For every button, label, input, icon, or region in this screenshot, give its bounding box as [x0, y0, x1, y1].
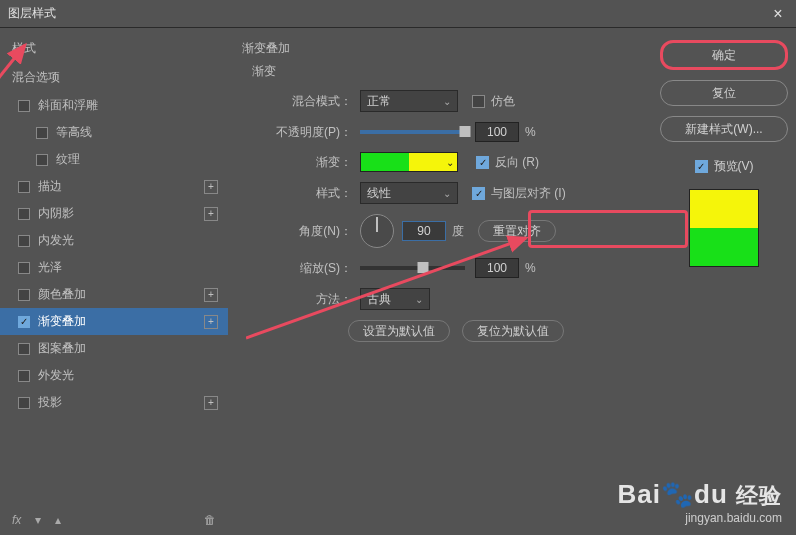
sidebar-item-satin[interactable]: 光泽 — [0, 254, 228, 281]
checkbox-icon[interactable] — [18, 343, 30, 355]
percent-label: % — [525, 125, 536, 139]
sidebar-footer: fx ▾ ▴ 🗑 — [0, 513, 228, 527]
reverse-checkbox[interactable] — [476, 156, 489, 169]
opacity-row: 不透明度(P)： 100 % — [238, 122, 642, 142]
sidebar-item-contour[interactable]: 等高线 — [0, 119, 228, 146]
watermark-text: 经验 — [736, 483, 782, 508]
checkbox-icon[interactable] — [18, 235, 30, 247]
sidebar-item-label: 等高线 — [56, 124, 218, 141]
plus-icon[interactable]: + — [204, 288, 218, 302]
blend-mode-select[interactable]: 正常 ⌄ — [360, 90, 458, 112]
chevron-down-icon: ⌄ — [446, 157, 454, 168]
plus-icon[interactable]: + — [204, 315, 218, 329]
checkbox-icon[interactable] — [18, 316, 30, 328]
ok-button[interactable]: 确定 — [660, 40, 788, 70]
settings-panel: 渐变叠加 渐变 混合模式： 正常 ⌄ 仿色 不透明度(P)： 100 % 渐变：… — [228, 28, 652, 535]
window-title: 图层样式 — [8, 5, 56, 22]
plus-icon[interactable]: + — [204, 180, 218, 194]
watermark-text: Bai — [618, 479, 661, 509]
reset-align-button[interactable]: 重置对齐 — [478, 220, 556, 242]
sidebar-item-label: 内阴影 — [38, 205, 204, 222]
checkbox-icon[interactable] — [18, 262, 30, 274]
dither-checkbox[interactable] — [472, 95, 485, 108]
title-bar: 图层样式 × — [0, 0, 796, 28]
opacity-slider[interactable] — [360, 130, 465, 134]
preview-label: 预览(V) — [714, 158, 754, 175]
gradient-row: 渐变： ⌄ 反向 (R) — [238, 152, 642, 172]
scale-row: 缩放(S)： 100 % — [238, 258, 642, 278]
sidebar-item-color-overlay[interactable]: 颜色叠加 + — [0, 281, 228, 308]
checkbox-icon[interactable] — [18, 100, 30, 112]
sidebar-item-gradient-overlay[interactable]: 渐变叠加 + — [0, 308, 228, 335]
method-label: 方法： — [252, 291, 352, 308]
watermark-text: du — [694, 479, 728, 509]
gradient-preview[interactable]: ⌄ — [360, 152, 458, 172]
gradient-label: 渐变： — [252, 154, 352, 171]
sidebar-item-label: 光泽 — [38, 259, 218, 276]
default-buttons-row: 设置为默认值 复位为默认值 — [238, 320, 642, 342]
blend-mode-row: 混合模式： 正常 ⌄ 仿色 — [238, 90, 642, 112]
styles-sidebar: 样式 混合选项 斜面和浮雕 等高线 纹理 描边 + 内阴影 + 内发光 — [0, 28, 228, 535]
chevron-down-icon: ⌄ — [443, 188, 451, 199]
plus-icon[interactable]: + — [204, 207, 218, 221]
fx-icon[interactable]: fx — [12, 513, 21, 527]
checkbox-icon[interactable] — [36, 127, 48, 139]
style-label: 样式： — [252, 185, 352, 202]
checkbox-icon[interactable] — [18, 181, 30, 193]
angle-dial[interactable] — [360, 214, 394, 248]
checkbox-icon[interactable] — [36, 154, 48, 166]
sidebar-item-label: 外发光 — [38, 367, 218, 384]
plus-icon[interactable]: + — [204, 396, 218, 410]
sidebar-item-outer-glow[interactable]: 外发光 — [0, 362, 228, 389]
style-select[interactable]: 线性 ⌄ — [360, 182, 458, 204]
align-label: 与图层对齐 (I) — [491, 185, 566, 202]
reverse-label: 反向 (R) — [495, 154, 539, 171]
preview-checkbox[interactable] — [695, 160, 708, 173]
sidebar-item-inner-glow[interactable]: 内发光 — [0, 227, 228, 254]
main-area: 样式 混合选项 斜面和浮雕 等高线 纹理 描边 + 内阴影 + 内发光 — [0, 28, 796, 535]
new-style-button[interactable]: 新建样式(W)... — [660, 116, 788, 142]
degree-label: 度 — [452, 223, 464, 240]
panel-title: 渐变叠加 — [238, 40, 642, 57]
sidebar-item-texture[interactable]: 纹理 — [0, 146, 228, 173]
sidebar-item-label: 投影 — [38, 394, 204, 411]
sidebar-item-label: 斜面和浮雕 — [38, 97, 218, 114]
sidebar-item-stroke[interactable]: 描边 + — [0, 173, 228, 200]
sidebar-item-pattern-overlay[interactable]: 图案叠加 — [0, 335, 228, 362]
method-select[interactable]: 古典 ⌄ — [360, 288, 430, 310]
checkbox-icon[interactable] — [18, 289, 30, 301]
opacity-label: 不透明度(P)： — [252, 124, 352, 141]
sidebar-item-label: 颜色叠加 — [38, 286, 204, 303]
checkbox-icon[interactable] — [18, 208, 30, 220]
angle-value[interactable]: 90 — [402, 221, 446, 241]
sidebar-item-label: 渐变叠加 — [38, 313, 204, 330]
sidebar-item-inner-shadow[interactable]: 内阴影 + — [0, 200, 228, 227]
checkbox-icon[interactable] — [18, 397, 30, 409]
sidebar-item-bevel[interactable]: 斜面和浮雕 — [0, 92, 228, 119]
trash-icon[interactable]: 🗑 — [204, 513, 216, 527]
close-icon[interactable]: × — [768, 5, 788, 23]
percent-label: % — [525, 261, 536, 275]
sidebar-item-label: 图案叠加 — [38, 340, 218, 357]
chevron-down-icon: ⌄ — [443, 96, 451, 107]
reset-button[interactable]: 复位 — [660, 80, 788, 106]
preview-swatch — [689, 189, 759, 267]
select-value: 正常 — [367, 93, 391, 110]
reset-default-button[interactable]: 复位为默认值 — [462, 320, 564, 342]
align-checkbox[interactable] — [472, 187, 485, 200]
scale-value[interactable]: 100 — [475, 258, 519, 278]
sidebar-item-label: 纹理 — [56, 151, 218, 168]
scale-label: 缩放(S)： — [252, 260, 352, 277]
set-default-button[interactable]: 设置为默认值 — [348, 320, 450, 342]
chevron-down-icon[interactable]: ▾ — [35, 513, 41, 527]
style-row: 样式： 线性 ⌄ 与图层对齐 (I) — [238, 182, 642, 204]
blend-options-heading[interactable]: 混合选项 — [0, 63, 228, 92]
checkbox-icon[interactable] — [18, 370, 30, 382]
sidebar-item-drop-shadow[interactable]: 投影 + — [0, 389, 228, 416]
scale-slider[interactable] — [360, 266, 465, 270]
watermark: Bai🐾du 经验 jingyan.baidu.com — [618, 479, 782, 525]
styles-heading[interactable]: 样式 — [0, 34, 228, 63]
chevron-up-icon[interactable]: ▴ — [55, 513, 61, 527]
dither-label: 仿色 — [491, 93, 515, 110]
opacity-value[interactable]: 100 — [475, 122, 519, 142]
